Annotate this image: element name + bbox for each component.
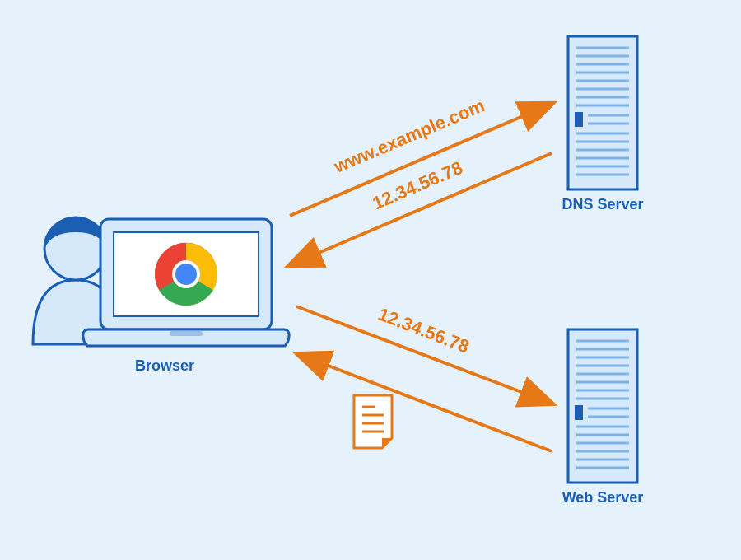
document-icon — [354, 395, 392, 448]
web-response-arrow — [298, 354, 552, 451]
dns-request-arrow: www.example.com — [290, 95, 552, 216]
svg-line-47 — [298, 354, 552, 451]
web-server-label: Web Server — [562, 489, 644, 506]
svg-point-7 — [175, 264, 197, 285]
svg-line-45 — [290, 153, 552, 265]
dns-server-label: DNS Server — [562, 196, 643, 212]
server-tower-icon — [568, 36, 637, 189]
web-request-label: 12.34.56.78 — [375, 304, 472, 357]
svg-rect-43 — [575, 405, 583, 420]
dns-response-label: 12.34.56.78 — [370, 157, 466, 213]
server-tower-icon — [568, 329, 637, 483]
web-request-arrow: 12.34.56.78 — [296, 304, 552, 404]
svg-rect-25 — [575, 112, 583, 127]
svg-rect-4 — [170, 331, 203, 336]
chrome-icon — [155, 243, 217, 306]
browser-label: Browser — [135, 357, 194, 374]
browser-node: Browser — [33, 217, 289, 374]
web-server-node: Web Server — [562, 329, 644, 506]
diagram-canvas: Browser — [0, 0, 741, 560]
dns-response-arrow: 12.34.56.78 — [290, 153, 552, 265]
dns-server-node: DNS Server — [562, 36, 643, 212]
